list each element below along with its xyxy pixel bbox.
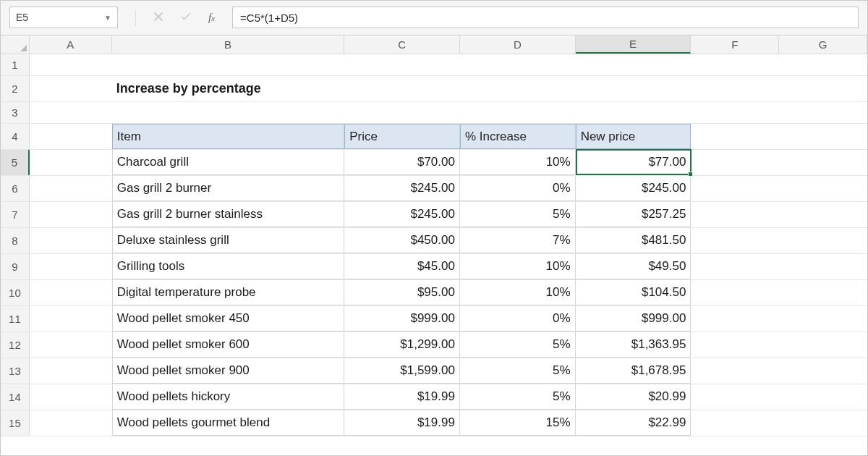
col-header-B[interactable]: B bbox=[112, 35, 344, 54]
cell-A9[interactable] bbox=[30, 254, 112, 279]
cell-C3[interactable] bbox=[344, 102, 460, 123]
row-header-8[interactable]: 8 bbox=[1, 228, 30, 253]
row-header-1[interactable]: 1 bbox=[1, 54, 30, 75]
cell-D3[interactable] bbox=[460, 102, 576, 123]
row-header-6[interactable]: 6 bbox=[1, 176, 30, 201]
cell-increase[interactable]: 5% bbox=[460, 358, 576, 384]
cell-D2[interactable] bbox=[460, 76, 576, 101]
col-header-D[interactable]: D bbox=[460, 35, 576, 54]
cell-A8[interactable] bbox=[30, 228, 112, 253]
row-header-4[interactable]: 4 bbox=[1, 124, 30, 149]
cell-item[interactable]: Deluxe stainless grill bbox=[112, 228, 344, 253]
cell-G5[interactable] bbox=[779, 150, 867, 175]
cell-increase[interactable]: 10% bbox=[460, 254, 576, 279]
cell-price[interactable]: $45.00 bbox=[344, 254, 460, 279]
header-price[interactable]: Price bbox=[344, 124, 460, 149]
cell-item[interactable]: Wood pellet smoker 600 bbox=[112, 332, 344, 358]
cell-new-price[interactable]: $1,363.95 bbox=[576, 332, 692, 358]
cell-increase[interactable]: 0% bbox=[460, 176, 576, 201]
cell-new-price[interactable]: $481.50 bbox=[576, 228, 692, 253]
cell-A2[interactable] bbox=[30, 76, 112, 101]
cell-increase[interactable]: 15% bbox=[460, 410, 576, 436]
cell-item[interactable]: Wood pellet smoker 900 bbox=[112, 358, 344, 384]
cell-increase[interactable]: 5% bbox=[460, 332, 576, 358]
cell-new-price[interactable]: $257.25 bbox=[576, 202, 692, 227]
cell-G6[interactable] bbox=[779, 176, 867, 201]
cell-B3[interactable] bbox=[112, 102, 344, 123]
cell-G10[interactable] bbox=[779, 280, 867, 305]
cell-G13[interactable] bbox=[779, 358, 867, 384]
cell-G4[interactable] bbox=[779, 124, 867, 149]
cell-A1[interactable] bbox=[30, 54, 112, 75]
cell-price[interactable]: $19.99 bbox=[344, 384, 460, 410]
cell-price[interactable]: $1,299.00 bbox=[344, 332, 460, 358]
cell-item[interactable]: Wood pellets gourmet blend bbox=[112, 410, 344, 436]
cell-F10[interactable] bbox=[691, 280, 779, 305]
header-increase[interactable]: % Increase bbox=[460, 124, 576, 149]
cell-item[interactable]: Grilling tools bbox=[112, 254, 344, 279]
cell-A14[interactable] bbox=[30, 384, 112, 410]
row-header-13[interactable]: 13 bbox=[1, 358, 30, 384]
cell-A13[interactable] bbox=[30, 358, 112, 384]
col-header-C[interactable]: C bbox=[344, 35, 460, 54]
cell-F5[interactable] bbox=[691, 150, 779, 175]
cell-item[interactable]: Wood pellet smoker 450 bbox=[112, 306, 344, 332]
row-header-5[interactable]: 5 bbox=[1, 150, 30, 175]
cell-item[interactable]: Wood pellets hickory bbox=[112, 384, 344, 410]
cell-price[interactable]: $1,599.00 bbox=[344, 358, 460, 384]
cell-increase[interactable]: 5% bbox=[460, 384, 576, 410]
cell-A12[interactable] bbox=[30, 332, 112, 358]
cell-A10[interactable] bbox=[30, 280, 112, 305]
cell-G7[interactable] bbox=[779, 202, 867, 227]
cell-G14[interactable] bbox=[779, 384, 867, 410]
cell-F1[interactable] bbox=[691, 54, 779, 75]
cell-F3[interactable] bbox=[691, 102, 779, 123]
cell-G15[interactable] bbox=[779, 410, 867, 436]
cancel-icon[interactable] bbox=[153, 12, 163, 25]
cell-D1[interactable] bbox=[460, 54, 576, 75]
cell-A5[interactable] bbox=[30, 150, 112, 175]
cell-B1[interactable] bbox=[112, 54, 344, 75]
cell-C1[interactable] bbox=[344, 54, 460, 75]
row-header-10[interactable]: 10 bbox=[1, 280, 30, 305]
cell-item[interactable]: Charcoal grill bbox=[112, 150, 344, 175]
cell-E2[interactable] bbox=[576, 76, 692, 101]
cell-new-price[interactable]: $22.99 bbox=[576, 410, 692, 436]
cell-C2[interactable] bbox=[344, 76, 460, 101]
cell-F12[interactable] bbox=[691, 332, 779, 358]
row-header-15[interactable]: 15 bbox=[1, 410, 30, 436]
row-header-9[interactable]: 9 bbox=[1, 254, 30, 279]
cell-price[interactable]: $245.00 bbox=[344, 176, 460, 201]
cell-A11[interactable] bbox=[30, 306, 112, 332]
cell-G12[interactable] bbox=[779, 332, 867, 358]
cell-item[interactable]: Digital temperature probe bbox=[112, 280, 344, 305]
cell-E3[interactable] bbox=[576, 102, 692, 123]
cell-G11[interactable] bbox=[779, 306, 867, 332]
header-item[interactable]: Item bbox=[112, 124, 344, 149]
cell-F6[interactable] bbox=[691, 176, 779, 201]
cell-price[interactable]: $95.00 bbox=[344, 280, 460, 305]
chevron-down-icon[interactable]: ▼ bbox=[104, 14, 111, 22]
cell-price[interactable]: $999.00 bbox=[344, 306, 460, 332]
row-header-14[interactable]: 14 bbox=[1, 384, 30, 410]
cell-F9[interactable] bbox=[691, 254, 779, 279]
cell-increase[interactable]: 5% bbox=[460, 202, 576, 227]
cell-A3[interactable] bbox=[30, 102, 112, 123]
row-header-2[interactable]: 2 bbox=[1, 76, 30, 101]
cell-increase[interactable]: 0% bbox=[460, 306, 576, 332]
cell-F15[interactable] bbox=[691, 410, 779, 436]
sheet-title[interactable]: Increase by percentage bbox=[112, 76, 344, 101]
row-header-7[interactable]: 7 bbox=[1, 202, 30, 227]
cell-F2[interactable] bbox=[691, 76, 779, 101]
insert-function-icon[interactable]: fx bbox=[208, 12, 215, 24]
cell-increase[interactable]: 7% bbox=[460, 228, 576, 253]
col-header-G[interactable]: G bbox=[779, 35, 867, 54]
cell-increase[interactable]: 10% bbox=[460, 150, 576, 175]
cell-G2[interactable] bbox=[779, 76, 867, 101]
col-header-F[interactable]: F bbox=[691, 35, 779, 54]
enter-icon[interactable] bbox=[181, 12, 191, 25]
cell-G1[interactable] bbox=[779, 54, 867, 75]
cell-item[interactable]: Gas grill 2 burner stainless bbox=[112, 202, 344, 227]
cell-price[interactable]: $19.99 bbox=[344, 410, 460, 436]
row-header-11[interactable]: 11 bbox=[1, 306, 30, 332]
